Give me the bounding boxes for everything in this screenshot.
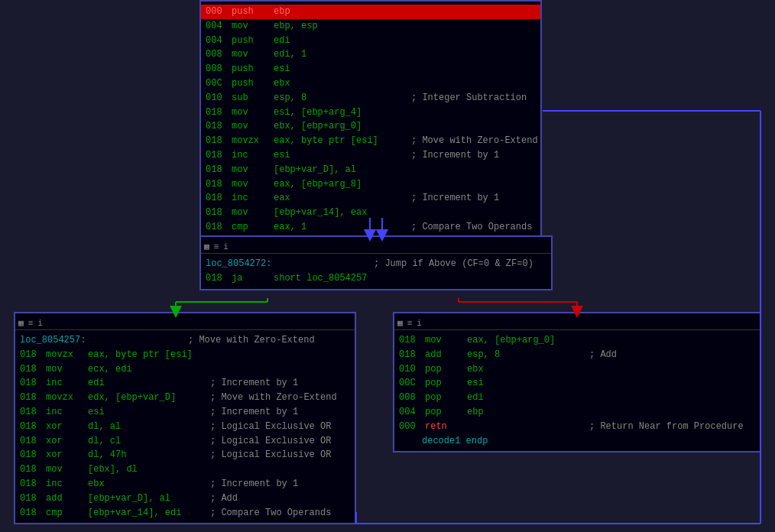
offset: 00C [399, 377, 422, 390]
operand: esi, [ebp+arg_4] [274, 106, 365, 119]
comment: ; Compare Two Operands [210, 507, 331, 520]
loc-label: loc_8054272: [206, 258, 374, 271]
operand: dl, 47h [88, 449, 210, 462]
mnemonic: pop [425, 377, 467, 390]
operand: eax, byte ptr [esi] [274, 135, 411, 148]
code-line: 018 add [ebp+var_D], al ; Add [15, 491, 355, 506]
mnemonic: cmp [46, 507, 88, 520]
offset: 010 [399, 363, 422, 376]
code-line: 018 inc edi ; Increment by 1 [15, 376, 355, 391]
operand: ebp [467, 406, 559, 419]
comment: ; Move with Zero-Extend [411, 135, 538, 148]
offset: 018 [20, 391, 43, 404]
code-line: 018 mov esi, [ebp+arg_4] [201, 105, 540, 120]
code-line: 008 pop edi [394, 391, 760, 405]
mnemonic: push [232, 5, 274, 18]
info-icon: i [37, 319, 43, 328]
middle-code-block: ▦ ≡ i loc_8054272: ; Jump if Above (CF=0… [199, 235, 553, 290]
operand: [ebp+var_14], edi [88, 507, 210, 520]
mnemonic: push [232, 77, 274, 90]
offset: 018 [206, 164, 229, 177]
comment: ; Return Near from Procedure [589, 420, 744, 433]
mnemonic-retn: retn [425, 420, 467, 433]
code-line: 018 mov ecx, edi [15, 362, 355, 377]
operand: edi [88, 377, 210, 390]
code-line: 010 pop ebx [394, 362, 760, 377]
offset: 018 [206, 221, 229, 234]
operand: ebp, esp [274, 20, 365, 33]
operand: eax, 1 [274, 221, 411, 234]
comment: ; Add [210, 492, 238, 505]
comment: ; Increment by 1 [210, 377, 298, 390]
mnemonic: ja [232, 272, 274, 285]
offset: 018 [20, 463, 43, 476]
mnemonic: xor [46, 449, 88, 462]
offset: 008 [399, 391, 422, 404]
comment: ; Add [589, 349, 617, 362]
code-line: 018 inc esi ; Increment by 1 [15, 405, 355, 420]
code-line: 004 push edi [201, 34, 540, 48]
mnemonic: mov [232, 120, 274, 133]
offset: 018 [20, 507, 43, 520]
mnemonic: mov [232, 206, 274, 219]
offset: 018 [206, 149, 229, 162]
comment: ; Move with Zero-Extend [210, 391, 337, 404]
mnemonic: mov [232, 106, 274, 119]
offset: 018 [20, 363, 43, 376]
operand: esi [274, 63, 365, 76]
offset: 018 [206, 106, 229, 119]
operand: esi [88, 406, 210, 419]
code-line-endp: decode1 endp [394, 434, 760, 449]
code-line: 018 mov [ebp+var_14], eax [201, 206, 540, 220]
operand: [ebp+var_D], al [274, 164, 365, 177]
code-line: 018 xor dl, 47h ; Logical Exclusive OR [15, 448, 355, 462]
offset: 010 [206, 92, 229, 105]
offset: 018 [206, 206, 229, 219]
code-line: 018 add esp, 8 ; Add [394, 348, 760, 362]
offset: 018 [20, 449, 43, 462]
offset: 004 [206, 34, 229, 47]
operand: esp, 8 [274, 92, 411, 105]
operand: eax, [ebp+arg_8] [274, 178, 365, 191]
operand: eax, [ebp+arg_0] [467, 334, 559, 347]
code-line: 008 push esi [201, 62, 540, 76]
operand: edx, [ebp+var_D] [88, 391, 210, 404]
offset: 018 [399, 349, 422, 362]
mnemonic: sub [232, 92, 274, 105]
mnemonic: mov [232, 20, 274, 33]
operand: esp, 8 [467, 349, 589, 362]
mnemonic: pop [425, 406, 467, 419]
graph-icon: ▦ [397, 318, 403, 328]
mnemonic: pop [425, 391, 467, 404]
mnemonic: inc [46, 377, 88, 390]
code-line: 018 mov [ebx], dl [15, 462, 355, 477]
mnemonic: mov [232, 48, 274, 61]
operand: dl, al [88, 420, 210, 433]
mnemonic: movzx [232, 135, 274, 148]
operand: ecx, edi [88, 363, 180, 376]
offset: 004 [399, 406, 422, 419]
offset: 018 [206, 178, 229, 191]
code-line: 018 inc esi ; Increment by 1 [201, 148, 540, 163]
offset: 018 [20, 435, 43, 448]
offset: 004 [206, 20, 229, 33]
offset: 018 [206, 192, 229, 205]
operand [467, 420, 589, 433]
code-line: 00C push ebx [201, 76, 540, 91]
comment: ; Jump if Above (CF=0 & ZF=0) [374, 258, 533, 271]
code-line: 018 inc ebx ; Increment by 1 [15, 477, 355, 491]
operand: ebx [88, 478, 210, 491]
offset: 018 [20, 420, 43, 433]
comment: ; Logical Exclusive OR [210, 449, 331, 462]
code-line: 00C pop esi [394, 376, 760, 391]
operand: [ebp+var_D], al [88, 492, 210, 505]
info-icon: i [417, 319, 422, 328]
offset: 008 [206, 63, 229, 76]
operand: ebx [274, 77, 365, 90]
offset: 018 [20, 377, 43, 390]
offset: 018 [20, 406, 43, 419]
code-line: 018 movzx eax, byte ptr [esi] ; Move wit… [201, 134, 540, 148]
operand: edi [467, 391, 559, 404]
mnemonic: mov [425, 334, 467, 347]
operand: short loc_8054257 [274, 272, 367, 285]
